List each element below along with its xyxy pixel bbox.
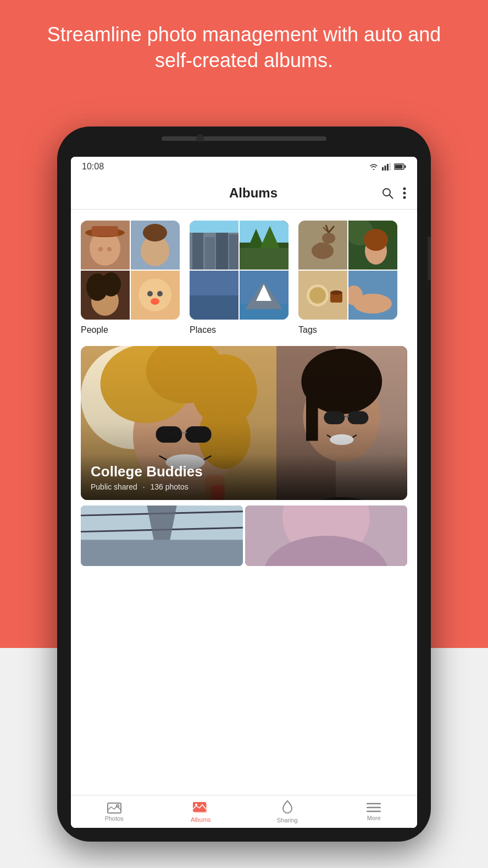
album-item-people[interactable]: People xyxy=(81,221,180,335)
featured-album-info: College Buddies Public shared · 136 phot… xyxy=(81,454,407,500)
status-icons xyxy=(369,163,406,171)
phone-speaker xyxy=(162,136,326,141)
nav-item-photos[interactable]: Photos xyxy=(71,801,158,822)
featured-album-visibility: Public shared xyxy=(91,482,137,491)
svg-point-29 xyxy=(151,298,159,305)
app-bar-title: Albums xyxy=(126,185,381,201)
search-icon xyxy=(381,186,394,200)
album-item-places[interactable]: Places xyxy=(190,221,289,335)
phone-screen: 10:08 xyxy=(71,157,417,828)
signal-icon xyxy=(382,163,391,171)
phone-side-button xyxy=(428,237,431,281)
featured-album[interactable]: College Buddies Public shared · 136 phot… xyxy=(81,346,407,500)
svg-point-62 xyxy=(309,287,326,304)
featured-album-meta: Public shared · 136 photos xyxy=(91,482,397,491)
svg-point-27 xyxy=(147,291,153,296)
nav-label-more: More xyxy=(367,815,381,821)
svg-point-59 xyxy=(364,229,388,251)
svg-point-17 xyxy=(107,247,112,251)
more-options-icon xyxy=(403,187,406,199)
second-thumb-left[interactable] xyxy=(81,506,243,566)
svg-rect-32 xyxy=(205,237,215,270)
nav-label-sharing: Sharing xyxy=(277,817,298,823)
svg-rect-94 xyxy=(81,540,243,566)
svg-point-16 xyxy=(98,247,103,251)
search-button[interactable] xyxy=(381,186,394,200)
svg-line-8 xyxy=(390,195,393,199)
svg-rect-42 xyxy=(190,295,239,320)
sharing-icon xyxy=(280,800,295,815)
svg-rect-15 xyxy=(92,226,118,236)
app-bar-actions xyxy=(381,186,406,200)
svg-rect-33 xyxy=(216,229,228,270)
svg-point-20 xyxy=(143,224,167,241)
svg-rect-40 xyxy=(240,248,289,270)
album-thumbnail-people xyxy=(81,221,180,320)
svg-point-105 xyxy=(195,804,197,806)
svg-point-64 xyxy=(330,290,342,295)
svg-rect-2 xyxy=(387,164,389,171)
meta-separator: · xyxy=(143,482,145,491)
phone-frame: 10:08 xyxy=(57,127,431,842)
nav-label-albums: Albums xyxy=(191,816,211,823)
status-bar: 10:08 xyxy=(71,157,417,177)
svg-rect-49 xyxy=(318,243,321,256)
nav-item-albums[interactable]: Albums xyxy=(158,800,245,823)
tagline: Streamline photo management with auto an… xyxy=(0,22,488,74)
battery-icon xyxy=(394,163,406,170)
svg-point-7 xyxy=(383,189,390,196)
albums-row: People xyxy=(71,210,417,340)
svg-rect-31 xyxy=(192,232,203,270)
svg-point-48 xyxy=(312,243,334,259)
svg-point-26 xyxy=(138,278,171,311)
scroll-content[interactable]: People xyxy=(71,210,417,795)
album-thumbnail-places xyxy=(190,221,289,320)
svg-rect-35 xyxy=(190,221,239,233)
photos-icon xyxy=(107,801,121,814)
nav-item-more[interactable]: More xyxy=(331,802,418,821)
status-time: 10:08 xyxy=(82,162,104,172)
second-row-albums xyxy=(81,506,407,566)
svg-point-11 xyxy=(403,196,406,199)
svg-point-28 xyxy=(157,291,163,296)
svg-point-24 xyxy=(101,272,121,296)
nav-label-photos: Photos xyxy=(105,815,124,822)
svg-rect-50 xyxy=(325,243,328,256)
svg-rect-5 xyxy=(395,165,403,169)
albums-icon xyxy=(192,800,209,815)
album-thumbnail-tags xyxy=(298,221,397,320)
second-thumb-right[interactable] xyxy=(245,506,407,566)
svg-point-10 xyxy=(403,191,406,194)
album-label-places: Places xyxy=(190,325,289,335)
featured-album-title: College Buddies xyxy=(91,463,397,480)
more-options-button[interactable] xyxy=(403,187,406,199)
svg-rect-3 xyxy=(390,163,391,171)
featured-album-count: 136 photos xyxy=(151,482,188,491)
svg-rect-34 xyxy=(229,234,239,270)
svg-point-51 xyxy=(322,233,335,244)
svg-rect-1 xyxy=(385,166,386,171)
nav-item-sharing[interactable]: Sharing xyxy=(244,800,331,823)
album-label-tags: Tags xyxy=(298,325,397,335)
svg-rect-0 xyxy=(382,167,384,171)
bottom-nav: Photos Albums xyxy=(71,795,417,828)
album-item-tags[interactable]: Tags xyxy=(298,221,397,335)
wifi-icon xyxy=(369,163,379,171)
svg-point-9 xyxy=(403,187,406,190)
phone-camera xyxy=(196,134,204,142)
app-bar: Albums xyxy=(71,177,417,210)
album-label-people: People xyxy=(81,325,180,335)
svg-point-102 xyxy=(116,805,119,807)
svg-rect-6 xyxy=(404,166,406,168)
more-icon xyxy=(367,802,381,813)
